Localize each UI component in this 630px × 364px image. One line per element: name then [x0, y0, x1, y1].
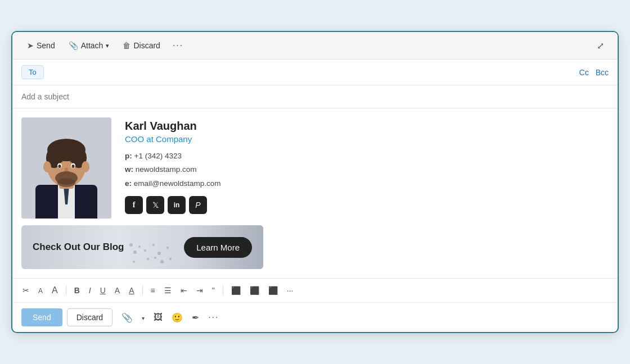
align-left-icon: ≡	[151, 286, 155, 295]
bottom-bar: Send Discard 📎 ▾ 🖼 🙂 ✒ ···	[12, 302, 618, 332]
twitter-button[interactable]: 𝕏	[146, 196, 164, 214]
attach-chevron-icon: ▾	[106, 42, 109, 49]
cc-button[interactable]: Cc	[579, 68, 589, 77]
svg-point-15	[43, 161, 51, 172]
discard-bottom-button[interactable]: Discard	[67, 308, 112, 326]
align-center-button[interactable]: ⬛	[246, 284, 263, 297]
svg-point-12	[72, 165, 75, 168]
learn-more-button[interactable]: Learn More	[184, 237, 252, 258]
svg-point-25	[160, 260, 164, 263]
toolbar: ➤ Send 📎 Attach ▾ 🗑 Discard ··· ⤢	[12, 32, 618, 60]
font-size-decrease-button[interactable]: A	[35, 284, 46, 297]
sig-web: w: newoldstamp.com	[125, 163, 221, 176]
bullets-button[interactable]: ☰	[161, 284, 175, 297]
svg-point-21	[152, 244, 155, 246]
sig-name: Karl Vaughan	[125, 120, 221, 133]
more-format-icon: ···	[287, 286, 294, 295]
image-icon: 🖼	[154, 312, 163, 322]
more-format-button[interactable]: ···	[284, 284, 297, 297]
underline-button[interactable]: U	[97, 284, 109, 297]
subject-row	[12, 85, 618, 108]
sig-contact: p: +1 (342) 4323 w: newoldstamp.com e: e…	[125, 149, 221, 190]
quote-icon: "	[212, 286, 215, 295]
svg-point-26	[133, 261, 135, 263]
attach-button[interactable]: 📎 Attach ▾	[63, 38, 115, 53]
highlight-button[interactable]: A	[111, 284, 123, 297]
expand-window-button[interactable]: ⤢	[592, 38, 609, 53]
attach-icon: 📎	[69, 41, 78, 50]
align-left2-icon: ⬛	[231, 286, 241, 295]
svg-point-17	[129, 243, 133, 247]
format-bar: ✂ A A B I U A A ≡ ☰ ⇤ ⇥ "	[12, 278, 618, 302]
svg-point-22	[158, 252, 161, 255]
send-button[interactable]: ➤ Send	[21, 38, 61, 53]
bold-button[interactable]: B	[71, 284, 83, 297]
email-body[interactable]: Karl Vaughan COO at Company p: +1 (342) …	[12, 108, 618, 278]
svg-point-19	[133, 251, 137, 254]
emoji-button[interactable]: 🙂	[169, 310, 185, 325]
subject-input[interactable]	[21, 92, 609, 101]
sig-email: e: email@newoldstamp.com	[125, 177, 221, 190]
font-size-increase-button[interactable]: A	[48, 283, 61, 298]
decrease-indent-button[interactable]: ⇤	[177, 284, 191, 297]
to-input[interactable]	[48, 68, 579, 77]
sig-title: COO at Company	[125, 134, 221, 144]
font-color-icon: A	[129, 286, 134, 295]
pinterest-button[interactable]: P	[189, 196, 207, 214]
expand-icon: ⤢	[597, 41, 604, 51]
font-color-button[interactable]: A	[125, 284, 137, 297]
bcc-button[interactable]: Bcc	[596, 68, 609, 77]
align-left2-button[interactable]: ⬛	[228, 284, 244, 297]
discard-icon: 🗑	[123, 41, 130, 50]
font-decrease-icon: A	[38, 287, 43, 295]
send-bottom-button[interactable]: Send	[21, 308, 62, 326]
more-bottom-button[interactable]: ···	[206, 310, 221, 325]
facebook-button[interactable]: f	[125, 196, 143, 214]
to-badge[interactable]: To	[21, 65, 44, 79]
signature-top: Karl Vaughan COO at Company p: +1 (342) …	[21, 117, 609, 219]
increase-indent-icon: ⇥	[196, 286, 203, 295]
italic-button[interactable]: I	[86, 284, 94, 297]
signature-icon: ✒	[192, 313, 199, 322]
banner-text: Check Out Our Blog	[33, 242, 124, 253]
font-increase-icon: A	[52, 285, 58, 295]
more-options-button[interactable]: ···	[168, 38, 188, 53]
attach-bottom-button[interactable]: 📎	[119, 310, 135, 325]
svg-point-23	[166, 247, 169, 249]
send-icon: ➤	[27, 41, 34, 50]
svg-point-20	[144, 249, 146, 252]
align-right-button[interactable]: ⬛	[265, 284, 281, 297]
clear-format-icon: ✂	[22, 286, 29, 295]
svg-point-28	[154, 257, 156, 259]
bullets-icon: ☰	[164, 286, 172, 295]
signature-button[interactable]: ✒	[190, 310, 201, 325]
bottom-icons: 📎 ▾ 🖼 🙂 ✒ ···	[119, 310, 221, 325]
attach-label: Attach	[81, 41, 104, 50]
cc-bcc-area: Cc Bcc	[579, 68, 609, 77]
sig-phone: p: +1 (342) 4323	[125, 149, 221, 163]
sig-banner: Check Out Our Blog Learn More	[21, 225, 263, 269]
discard-button[interactable]: 🗑 Discard	[117, 38, 165, 53]
avatar	[21, 117, 111, 219]
twitter-icon: 𝕏	[152, 201, 159, 210]
send-label: Send	[37, 41, 55, 50]
highlight-icon: A	[115, 286, 120, 295]
clear-format-button[interactable]: ✂	[19, 284, 33, 297]
sig-socials: f 𝕏 in P	[125, 196, 221, 214]
to-row: To Cc Bcc	[12, 60, 618, 85]
align-left-button[interactable]: ≡	[147, 284, 159, 297]
linkedin-icon: in	[174, 201, 180, 209]
discard-label: Discard	[133, 41, 160, 50]
image-button[interactable]: 🖼	[151, 310, 165, 325]
quote-button[interactable]: "	[209, 284, 218, 297]
align-center-icon: ⬛	[250, 286, 259, 295]
svg-point-24	[147, 258, 149, 260]
linkedin-button[interactable]: in	[168, 196, 186, 214]
chevron-down-icon: ▾	[142, 315, 145, 321]
signature-info: Karl Vaughan COO at Company p: +1 (342) …	[125, 117, 221, 214]
svg-point-14	[57, 178, 75, 187]
svg-point-11	[58, 165, 61, 168]
attach-bottom-icon: 📎	[122, 313, 133, 322]
increase-indent-button[interactable]: ⇥	[193, 284, 206, 297]
attach-chevron-bottom-button[interactable]: ▾	[140, 310, 147, 325]
